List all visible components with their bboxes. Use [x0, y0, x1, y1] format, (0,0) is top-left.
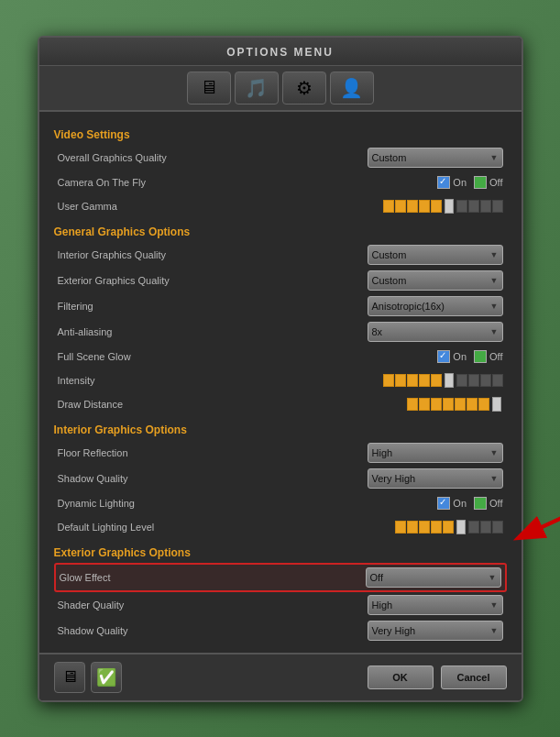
intensity-slider[interactable]: [383, 373, 503, 388]
draw-distance-slider[interactable]: [407, 397, 503, 412]
music-icon: 🎵: [245, 77, 268, 99]
dynamic-lighting-toggle: On Off: [437, 497, 502, 510]
checkbox-dynamic-off-icon[interactable]: [474, 497, 487, 510]
intensity-row: Intensity: [54, 368, 507, 392]
seg3: [419, 521, 430, 534]
shader-quality-row: Shader Quality High ▼: [54, 592, 507, 618]
footer-icons: 🖥 ✅: [54, 662, 122, 693]
draw-distance-label: Draw Distance: [58, 399, 407, 410]
content-area: Video Settings Overall Graphics Quality …: [39, 112, 522, 653]
camera-off-toggle[interactable]: Off: [474, 176, 502, 189]
filtering-dropdown[interactable]: Anisotropic(16x) ▼: [368, 296, 503, 316]
shader-quality-dropdown[interactable]: High ▼: [368, 595, 503, 615]
intensity-slider-bar[interactable]: [383, 373, 503, 388]
seg2: [407, 521, 418, 534]
filtering-row: Filtering Anisotropic(16x) ▼: [54, 293, 507, 319]
seg4: [419, 200, 430, 213]
seg6: [467, 398, 478, 411]
footer-monitor-button[interactable]: 🖥: [54, 662, 85, 693]
interior-graphics-label: Interior Graphics Quality: [58, 249, 368, 260]
full-scene-on-toggle[interactable]: On: [437, 350, 467, 363]
full-scene-off-toggle[interactable]: Off: [474, 350, 502, 363]
camera-on-toggle[interactable]: On: [437, 176, 467, 189]
options-dialog: OPTIONS MENU 🖥 🎵 ⚙ 👤 Video Settings Over…: [38, 36, 523, 702]
exterior-graphics-dropdown[interactable]: Custom ▼: [368, 270, 503, 291]
slider-handle[interactable]: [492, 397, 501, 412]
intensity-label: Intensity: [58, 375, 383, 386]
seg4: [431, 521, 442, 534]
person-icon: 👤: [340, 77, 363, 99]
footer: 🖥 ✅ OK Cancel: [39, 653, 522, 700]
seg4: [419, 374, 430, 387]
overall-graphics-label: Overall Graphics Quality: [58, 152, 368, 163]
filtering-control[interactable]: Anisotropic(16x) ▼: [368, 296, 503, 316]
seg9: [492, 200, 503, 213]
dropdown-arrow-icon: ▼: [490, 250, 499, 259]
slider-handle[interactable]: [456, 520, 466, 534]
shadow-quality-exterior-dropdown[interactable]: Very High ▼: [368, 621, 503, 641]
tab-person[interactable]: 👤: [330, 72, 374, 104]
slider-handle[interactable]: [445, 199, 454, 214]
user-gamma-slider[interactable]: [383, 199, 503, 214]
interior-graphics-options-header: Interior Graphics Options: [54, 424, 507, 436]
checkbox-on-icon[interactable]: [437, 176, 450, 189]
camera-fly-row: Camera On The Fly On Off: [54, 170, 507, 194]
dynamic-off-toggle[interactable]: Off: [474, 497, 502, 510]
tab-monitor[interactable]: 🖥: [187, 72, 231, 104]
shadow-quality-interior-dropdown[interactable]: Very High ▼: [368, 468, 503, 489]
seg1: [407, 398, 418, 411]
footer-buttons: OK Cancel: [368, 666, 507, 689]
checkbox-dynamic-on-icon[interactable]: [437, 497, 450, 510]
interior-graphics-control[interactable]: Custom ▼: [368, 245, 503, 265]
exterior-graphics-control[interactable]: Custom ▼: [368, 270, 503, 291]
seg2: [395, 200, 406, 213]
draw-distance-slider-bar[interactable]: [407, 397, 503, 412]
interior-graphics-dropdown[interactable]: Custom ▼: [368, 245, 503, 265]
cancel-button[interactable]: Cancel: [441, 666, 507, 689]
checkbox-glow-off-icon[interactable]: [474, 350, 487, 363]
glow-effect-control[interactable]: Off ▼: [366, 567, 501, 588]
seg2: [419, 398, 430, 411]
shader-quality-control[interactable]: High ▼: [368, 595, 503, 615]
slider-handle[interactable]: [445, 373, 454, 388]
user-gamma-slider-bar[interactable]: [383, 199, 503, 214]
dynamic-on-toggle[interactable]: On: [437, 497, 467, 510]
glow-effect-dropdown[interactable]: Off ▼: [366, 567, 501, 588]
full-scene-glow-row: Full Scene Glow On Off: [54, 345, 507, 368]
dropdown-arrow-icon: ▼: [490, 327, 499, 336]
checkbox-glow-on-icon[interactable]: [437, 350, 450, 363]
exterior-graphics-options-header: Exterior Graphics Options: [54, 546, 507, 559]
monitor-icon: 🖥: [200, 77, 218, 98]
filtering-label: Filtering: [58, 301, 368, 312]
dropdown-arrow-icon: ▼: [490, 302, 499, 311]
seg5: [443, 521, 454, 534]
floor-reflection-dropdown[interactable]: High ▼: [368, 443, 503, 463]
shadow-quality-interior-control[interactable]: Very High ▼: [368, 468, 503, 489]
overall-graphics-control[interactable]: Custom ▼: [368, 148, 503, 168]
default-lighting-label: Default Lighting Level: [58, 522, 395, 533]
title-bar: OPTIONS MENU: [39, 38, 522, 66]
glow-effect-row: Glow Effect Off ▼: [54, 563, 507, 592]
tab-gear[interactable]: ⚙: [282, 72, 326, 104]
anti-aliasing-control[interactable]: 8x ▼: [368, 322, 503, 342]
ok-button[interactable]: OK: [368, 666, 434, 689]
seg3: [407, 200, 418, 213]
floor-reflection-control[interactable]: High ▼: [368, 443, 503, 463]
interior-graphics-row: Interior Graphics Quality Custom ▼: [54, 242, 507, 268]
overall-graphics-dropdown[interactable]: Custom ▼: [368, 148, 503, 168]
footer-check-button[interactable]: ✅: [91, 662, 122, 693]
seg7: [480, 521, 491, 534]
shadow-quality-exterior-control[interactable]: Very High ▼: [368, 621, 503, 641]
tab-music[interactable]: 🎵: [235, 72, 279, 104]
anti-aliasing-dropdown[interactable]: 8x ▼: [368, 322, 503, 342]
exterior-graphics-label: Exterior Graphics Quality: [58, 275, 368, 286]
seg2: [395, 374, 406, 387]
seg9: [492, 374, 503, 387]
seg6: [456, 374, 467, 387]
overall-graphics-row: Overall Graphics Quality Custom ▼: [54, 145, 507, 170]
default-lighting-slider-bar[interactable]: [395, 520, 503, 534]
default-lighting-slider[interactable]: [395, 520, 503, 534]
seg1: [383, 200, 394, 213]
user-gamma-row: User Gamma: [54, 194, 507, 218]
checkbox-off-icon[interactable]: [474, 176, 487, 189]
